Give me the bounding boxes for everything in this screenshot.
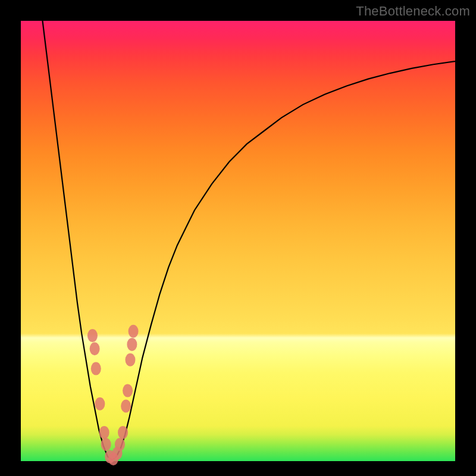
marker-group (87, 325, 139, 466)
plot-gradient-area (21, 21, 455, 461)
curve-marker (87, 329, 98, 342)
curve-marker (129, 325, 139, 338)
curve-marker (95, 397, 105, 411)
curve-marker (127, 338, 137, 351)
curve-marker (101, 438, 111, 451)
chart-svg-layer (21, 21, 455, 461)
curve-marker (115, 438, 125, 451)
curve-marker (125, 353, 135, 367)
curve-marker (91, 362, 101, 375)
curve-marker (121, 400, 131, 413)
curve-marker (118, 426, 128, 439)
chart-frame: TheBottleneck.com (0, 0, 476, 476)
bottleneck-curve (43, 21, 456, 460)
curve-marker (99, 426, 109, 439)
watermark-text: TheBottleneck.com (356, 4, 470, 19)
curve-marker (123, 384, 133, 397)
curve-marker (90, 342, 100, 355)
